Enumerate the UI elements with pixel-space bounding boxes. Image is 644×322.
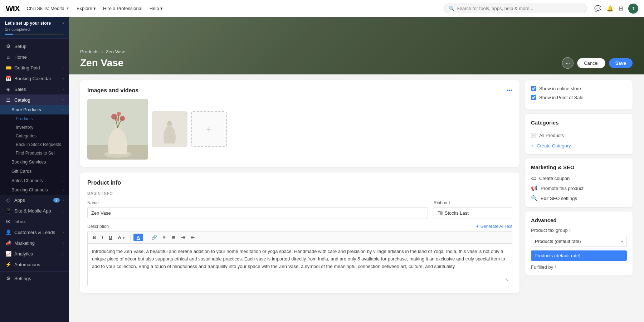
breadcrumb-parent[interactable]: Products <box>80 49 98 54</box>
cancel-button[interactable]: Cancel <box>577 58 605 68</box>
toolbar-separator-1 <box>130 235 131 240</box>
sidebar-item-gift-cards[interactable]: Gift Cards <box>0 167 69 176</box>
text-color-indicator: ▼ <box>122 236 125 240</box>
sidebar-item-home[interactable]: ⌂ Home <box>0 52 69 62</box>
avatar[interactable]: T <box>628 4 638 14</box>
sidebar-item-catalog[interactable]: ☰ Catalog › <box>0 94 69 105</box>
images-card-header: Images and videos ••• <box>87 87 512 94</box>
sidebar-item-products[interactable]: Products <box>0 114 69 123</box>
outdent-button[interactable]: ⇤ <box>189 234 197 241</box>
sales-channels-chevron-icon: › <box>63 179 64 183</box>
tax-info-icon: ℹ <box>569 228 571 233</box>
sidebar-item-booking-channels[interactable]: Booking Channels › <box>0 185 69 195</box>
sidebar-item-sales[interactable]: ◈ Sales › <box>0 84 69 94</box>
ribbon-input[interactable] <box>434 207 512 219</box>
tax-label: Product tax group <box>531 228 568 233</box>
sidebar-item-analytics[interactable]: 📈 Analytics › <box>0 248 69 259</box>
setup-chevron-icon: › <box>62 21 64 26</box>
sidebar-item-automations[interactable]: ⚡ Automations <box>0 259 69 270</box>
link-button[interactable]: 🔗 <box>149 234 159 241</box>
store-products-submenu: Products Inventory Categories Back in St… <box>0 114 69 157</box>
images-more-button[interactable]: ••• <box>506 87 512 94</box>
marketing-list: 🏷 Create coupon 📢 Promote this product 🔍… <box>531 175 627 201</box>
all-products-checkbox[interactable]: — <box>531 133 536 138</box>
product-info-card: Product info BASIC INFO Name Ribbon ℹ <box>80 172 519 293</box>
number-list-button[interactable]: ≣ <box>169 234 177 241</box>
breadcrumb: Products › Zen Vase <box>80 49 633 54</box>
text-format-button[interactable]: A <box>133 234 143 241</box>
seo-settings-item[interactable]: 🔍 Edit SEO settings <box>531 195 627 201</box>
sidebar-item-customers[interactable]: 👤 Customers & Leads › <box>0 227 69 238</box>
italic-button[interactable]: I <box>99 234 105 241</box>
all-products-label: All Products <box>539 133 564 138</box>
hire-professional-nav[interactable]: Hire a Professional <box>103 6 142 11</box>
expand-editor-icon[interactable]: ⤡ <box>505 276 509 284</box>
bullet-list-button[interactable]: ≡ <box>161 234 168 241</box>
customers-icon: 👤 <box>5 229 11 235</box>
text-color-button[interactable]: A ▼ <box>116 234 127 241</box>
create-coupon-item[interactable]: 🏷 Create coupon <box>531 175 627 181</box>
search-input[interactable] <box>457 6 582 11</box>
editor-toolbar: B I U A ▼ A 🔗 ≡ ≣ <box>87 231 512 243</box>
chat-icon[interactable]: 💬 <box>594 5 601 12</box>
search-bar[interactable]: 🔍 <box>444 4 587 13</box>
create-category-button[interactable]: + Create Category <box>531 143 627 148</box>
name-input[interactable] <box>87 207 428 219</box>
sidebar-item-sales-channels[interactable]: Sales Channels › <box>0 176 69 185</box>
getting-paid-chevron-icon: › <box>63 66 64 70</box>
underline-button[interactable]: U <box>107 234 114 241</box>
sidebar-item-setup[interactable]: ⚙ Setup <box>0 41 69 52</box>
add-image-button[interactable]: + <box>191 111 227 147</box>
sidebar-item-booking-services[interactable]: Booking Services <box>0 157 69 167</box>
sidebar-item-settings[interactable]: ⚙ Settings <box>0 273 69 284</box>
store-products-chevron-icon: › <box>61 109 65 110</box>
product-image-2[interactable] <box>152 111 187 147</box>
site-name-button[interactable]: Chill Skills: Medita ▼ <box>27 6 69 11</box>
sidebar-item-categories[interactable]: Categories <box>0 132 69 140</box>
svg-point-5 <box>120 116 125 121</box>
tax-selected-option[interactable]: Products (default rate) <box>531 250 627 261</box>
calendar-icon: 📅 <box>5 75 11 81</box>
product-image-1[interactable] <box>87 99 148 160</box>
bold-button[interactable]: B <box>91 234 98 241</box>
sidebar-item-inbox[interactable]: ✉ Inbox <box>0 216 69 227</box>
setup-title[interactable]: Let's set up your store › <box>5 21 64 26</box>
show-pos-checkbox[interactable] <box>531 95 536 100</box>
description-label: Description <box>87 224 109 229</box>
show-online-store-label: Show in online store <box>539 86 581 91</box>
product-info-title: Product info <box>87 180 121 186</box>
grid-icon[interactable]: ⊞ <box>619 5 623 12</box>
seo-icon: 🔍 <box>531 195 538 201</box>
sidebar-item-booking-calendar[interactable]: 📅 Booking Calendar › <box>0 73 69 84</box>
tax-select[interactable]: Products (default rate) <box>531 236 627 247</box>
breadcrumb-separator: › <box>101 49 103 54</box>
save-button[interactable]: Save <box>609 58 633 68</box>
setup-banner[interactable]: Let's set up your store › 1/7 completed <box>0 17 69 39</box>
sidebar-item-apps[interactable]: ◇ Apps 2 › <box>0 195 69 205</box>
fulfilled-by-row: Fulfilled by ℹ <box>531 264 627 270</box>
help-nav[interactable]: Help ▾ <box>150 6 163 11</box>
sidebar-item-find-products[interactable]: Find Products to Sell <box>0 149 69 157</box>
notifications-icon[interactable]: 🔔 <box>606 5 614 12</box>
sidebar-item-store-products[interactable]: Store Products › <box>0 105 69 114</box>
getting-paid-icon: 💳 <box>5 65 11 70</box>
explore-nav[interactable]: Explore ▾ <box>77 6 96 11</box>
description-text: Introducing the Zen Vase, a beautiful an… <box>92 249 505 269</box>
indent-button[interactable]: ⇥ <box>179 234 187 241</box>
show-online-store-checkbox[interactable] <box>531 86 536 91</box>
hero-actions: ··· Cancel Save <box>562 57 633 69</box>
sidebar-item-site-mobile[interactable]: 📱 Site & Mobile App › <box>0 205 69 216</box>
more-options-button[interactable]: ··· <box>562 57 574 69</box>
sidebar-item-getting-paid[interactable]: 💳 Getting Paid › <box>0 62 69 73</box>
sidebar-item-back-in-stock[interactable]: Back in Stock Requests <box>0 140 69 149</box>
sidebar-item-inventory[interactable]: Inventory <box>0 123 69 132</box>
promote-product-item[interactable]: 📢 Promote this product <box>531 185 627 191</box>
generate-ai-button[interactable]: ✦ Generate AI Text <box>475 224 512 229</box>
catalog-icon: ☰ <box>5 97 11 103</box>
setup-progress: 1/7 completed <box>5 27 64 31</box>
sidebar-item-marketing[interactable]: 📣 Marketing › <box>0 238 69 248</box>
description-label-row: Description ✦ Generate AI Text <box>87 224 512 229</box>
description-editor[interactable]: Introducing the Zen Vase, a beautiful an… <box>87 243 512 286</box>
tax-label-row: Product tax group ℹ <box>531 228 627 233</box>
automations-icon: ⚡ <box>5 262 11 267</box>
